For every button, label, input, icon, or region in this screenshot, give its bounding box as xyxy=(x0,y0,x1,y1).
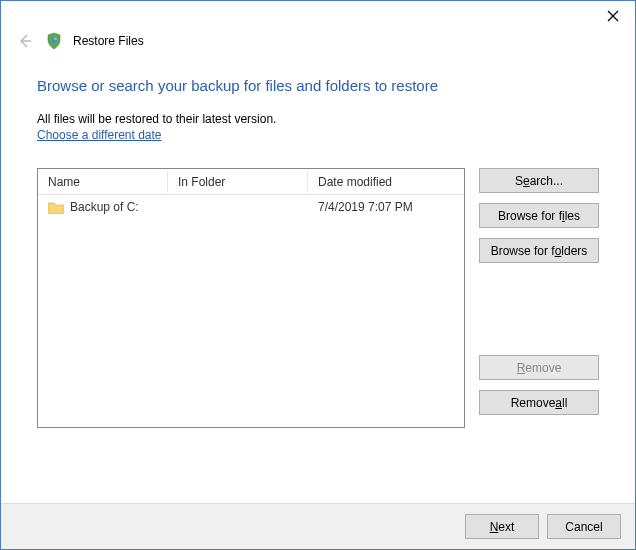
shield-icon xyxy=(45,32,63,50)
window-title: Restore Files xyxy=(73,34,144,48)
list-header: Name In Folder Date modified xyxy=(38,169,464,195)
remove-button: Remove xyxy=(479,355,599,380)
subtext: All files will be restored to their late… xyxy=(37,112,599,126)
list-area: Name In Folder Date modified Backup of C… xyxy=(37,168,599,428)
button-spacer xyxy=(479,273,599,345)
browse-files-button[interactable]: Browse for files xyxy=(479,203,599,228)
next-button[interactable]: Next xyxy=(465,514,539,539)
page-heading: Browse or search your backup for files a… xyxy=(37,77,599,94)
folder-icon xyxy=(48,201,64,214)
row-name-cell: Backup of C: xyxy=(38,196,168,218)
column-header-datemodified[interactable]: Date modified xyxy=(308,171,464,193)
choose-date-link[interactable]: Choose a different date xyxy=(37,128,162,142)
content-area: Browse or search your backup for files a… xyxy=(1,55,635,438)
side-buttons: Search... Browse for files Browse for fo… xyxy=(479,168,599,415)
cancel-button[interactable]: Cancel xyxy=(547,514,621,539)
header-row: Restore Files xyxy=(1,31,635,55)
column-header-infolder[interactable]: In Folder xyxy=(168,171,308,193)
row-date-cell: 7/4/2019 7:07 PM xyxy=(308,196,464,218)
remove-all-button[interactable]: Remove all xyxy=(479,390,599,415)
close-icon xyxy=(607,10,619,22)
row-folder-cell xyxy=(168,203,308,211)
footer: Next Cancel xyxy=(1,503,635,549)
close-button[interactable] xyxy=(599,5,627,27)
back-button[interactable] xyxy=(15,31,35,51)
back-arrow-icon xyxy=(17,33,33,49)
list-row[interactable]: Backup of C: 7/4/2019 7:07 PM xyxy=(38,195,464,219)
search-button[interactable]: Search... xyxy=(479,168,599,193)
browse-folders-button[interactable]: Browse for folders xyxy=(479,238,599,263)
file-listbox[interactable]: Name In Folder Date modified Backup of C… xyxy=(37,168,465,428)
column-header-name[interactable]: Name xyxy=(38,171,168,193)
row-name-text: Backup of C: xyxy=(70,200,139,214)
titlebar xyxy=(1,1,635,31)
